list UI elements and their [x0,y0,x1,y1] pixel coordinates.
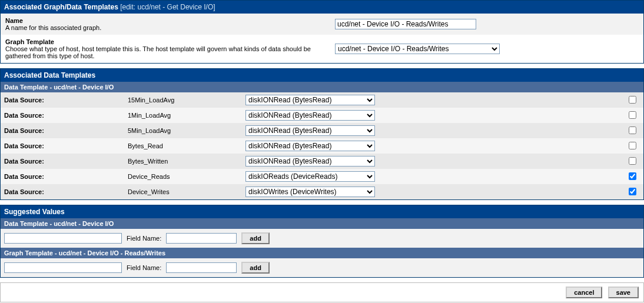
data-source-include-checkbox[interactable] [629,96,636,104]
data-source-mapping-select[interactable]: diskIONRead (BytesRead) [245,125,375,136]
name-label: Name [5,17,335,24]
data-source-label: Data Source: [4,112,128,119]
assoc-subheader: Data Template - ucd/net - Device I/O [1,82,643,92]
field-name-input-1[interactable] [166,233,237,244]
name-help: A name for this associated graph. [5,24,335,31]
panel-title: Associated Graph/Data Templates [4,3,118,11]
field-name-label-2: Field Name: [127,264,161,271]
suggested-values-panel: Suggested Values Data Template - ucd/net… [0,205,644,278]
data-source-name: Device_Writes [128,188,245,195]
suggested-sub-graph-template: Graph Template - ucd/net - Device I/O - … [1,248,643,258]
field-name-label-1: Field Name: [127,235,161,242]
data-source-include-checkbox[interactable] [629,111,636,119]
graph-data-templates-panel: Associated Graph/Data Templates [edit: u… [0,0,644,64]
graph-template-select[interactable]: ucd/net - Device I/O - Reads/Writes [335,44,500,54]
data-source-mapping-select[interactable]: diskIONRead (BytesRead) [245,141,375,151]
graph-template-help: Choose what type of host, host template … [5,45,335,59]
assoc-header: Associated Data Templates [1,69,643,82]
data-source-row: Data Source:Bytes_ReaddiskIONRead (Bytes… [1,138,643,154]
data-source-include-checkbox[interactable] [629,157,636,165]
data-source-include-checkbox[interactable] [629,126,636,134]
suggested-header: Suggested Values [1,205,643,218]
data-source-label: Data Source: [4,158,128,165]
save-button[interactable]: save [608,287,639,298]
data-source-row: Data Source:Bytes_WrittendiskIONRead (By… [1,154,643,169]
data-source-mapping-select[interactable]: diskIONRead (BytesRead) [245,110,375,121]
suggested-sub-data-template: Data Template - ucd/net - Device I/O [1,218,643,229]
data-source-name: 15Min_LoadAvg [128,96,245,104]
data-source-label: Data Source: [4,173,128,180]
data-source-mapping-select[interactable]: diskIOWrites (DeviceWrites) [245,187,375,197]
data-source-name: 5Min_LoadAvg [128,127,245,134]
data-source-row: Data Source:15Min_LoadAvgdiskIONRead (By… [1,92,643,108]
data-source-include-checkbox[interactable] [629,188,636,195]
action-button-bar: cancel save [0,282,644,302]
name-input[interactable] [335,19,476,29]
data-source-name: Bytes_Read [128,142,245,149]
field-name-input-2[interactable] [166,262,237,273]
data-source-label: Data Source: [4,188,128,195]
data-source-row: Data Source:1Min_LoadAvgdiskIONRead (Byt… [1,108,643,123]
panel-edit-context: [edit: ucd/net - Get Device I/O] [120,3,215,11]
cancel-button[interactable]: cancel [566,287,602,298]
data-source-include-checkbox[interactable] [629,142,636,149]
panel-header: Associated Graph/Data Templates [edit: u… [1,1,643,14]
graph-template-label: Graph Template [5,38,335,45]
data-source-mapping-select[interactable]: diskIOReads (DeviceReads) [245,171,375,182]
data-source-name: Bytes_Written [128,158,245,165]
suggested-value-input-2[interactable] [4,262,122,273]
data-source-label: Data Source: [4,96,128,104]
associated-data-templates-panel: Associated Data Templates Data Template … [0,68,644,200]
data-source-row: Data Source:5Min_LoadAvgdiskIONRead (Byt… [1,123,643,138]
suggested-row-graph-template: Field Name: add [1,258,643,277]
data-source-label: Data Source: [4,142,128,149]
data-source-include-checkbox[interactable] [629,172,636,180]
data-source-row: Data Source:Device_WritesdiskIOWrites (D… [1,184,643,199]
data-source-label: Data Source: [4,127,128,134]
add-button-2[interactable]: add [241,262,270,274]
form-row-graph-template: Graph Template Choose what type of host,… [1,35,643,63]
data-source-name: 1Min_LoadAvg [128,112,245,119]
add-button-1[interactable]: add [241,232,270,244]
form-row-name: Name A name for this associated graph. [1,14,643,35]
data-source-row: Data Source:Device_ReadsdiskIOReads (Dev… [1,169,643,184]
suggested-value-input-1[interactable] [4,233,122,244]
suggested-row-data-template: Field Name: add [1,229,643,248]
data-source-mapping-select[interactable]: diskIONRead (BytesRead) [245,95,375,105]
data-source-mapping-select[interactable]: diskIONRead (BytesRead) [245,156,375,167]
data-source-name: Device_Reads [128,173,245,180]
